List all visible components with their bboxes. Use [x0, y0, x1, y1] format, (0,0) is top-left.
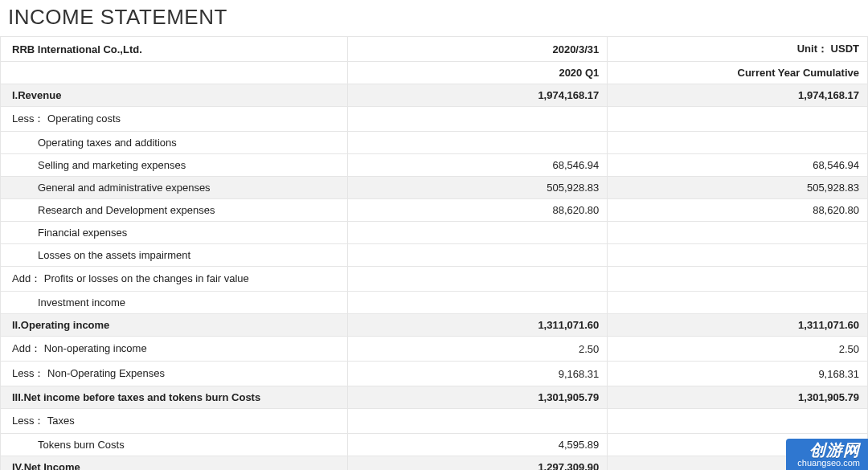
col-q1-header: 2020 Q1	[347, 62, 608, 84]
row-cum-value: 1,301,905.79	[608, 386, 868, 409]
watermark-url: chuangseo.com	[797, 459, 860, 468]
row-q1-value: 1,297,309.90	[347, 456, 608, 471]
row-cum-value: 68,546.94	[608, 154, 868, 177]
row-q1-value: 1,974,168.17	[347, 84, 608, 107]
row-label: I.Revenue	[1, 84, 348, 107]
table-row: General and administrative expenses505,9…	[1, 177, 868, 199]
table-row: IV.Net Income1,297,309.90	[1, 456, 868, 471]
row-cum-value: 2.50	[608, 337, 868, 362]
row-cum-value: 1,974,168.17	[608, 84, 868, 107]
period-end-cell: 2020/3/31	[347, 37, 608, 62]
income-statement-table: RRB International Co.,Ltd. 2020/3/31 Uni…	[0, 36, 868, 470]
row-q1-value	[347, 244, 608, 267]
row-q1-value	[347, 409, 608, 434]
row-cum-value	[608, 132, 868, 154]
row-label: Financial expenses	[1, 222, 348, 244]
row-q1-value: 68,546.94	[347, 154, 608, 177]
row-label: II.Operating income	[1, 314, 348, 337]
unit-cell: Unit： USDT	[608, 37, 868, 62]
table-row: Selling and marketing expenses68,546.946…	[1, 154, 868, 177]
row-q1-value: 1,311,071.60	[347, 314, 608, 337]
watermark-badge: 创游网 chuangseo.com	[786, 439, 868, 470]
row-q1-value: 1,301,905.79	[347, 386, 608, 409]
table-row: Less： Operating costs	[1, 107, 868, 132]
row-cum-value	[608, 292, 868, 314]
row-cum-value	[608, 107, 868, 132]
row-cum-value	[608, 409, 868, 434]
row-q1-value	[347, 222, 608, 244]
row-cum-value: 9,168.31	[608, 362, 868, 386]
table-row: Losses on the assets impairment	[1, 244, 868, 267]
table-row: Less： Taxes	[1, 409, 868, 434]
company-cell: RRB International Co.,Ltd.	[1, 37, 348, 62]
row-label: Tokens burn Costs	[1, 434, 348, 456]
row-q1-value	[347, 267, 608, 292]
row-cum-value: 1,311,071.60	[608, 314, 868, 337]
row-q1-value	[347, 292, 608, 314]
table-row: Add： Non-operating income2.502.50	[1, 337, 868, 362]
col-cum-header: Current Year Cumulative	[608, 62, 868, 84]
row-label: General and administrative expenses	[1, 177, 348, 199]
table-row: Financial expenses	[1, 222, 868, 244]
row-cum-value	[608, 222, 868, 244]
table-row: Operating taxes and additions	[1, 132, 868, 154]
table-row: III.Net income before taxes and tokens b…	[1, 386, 868, 409]
row-cum-value: 88,620.80	[608, 199, 868, 222]
row-cum-value: 505,928.83	[608, 177, 868, 199]
header-row-company: RRB International Co.,Ltd. 2020/3/31 Uni…	[1, 37, 868, 62]
row-label: Operating taxes and additions	[1, 132, 348, 154]
table-row: Investment income	[1, 292, 868, 314]
row-label: Less： Operating costs	[1, 107, 348, 132]
row-label: Selling and marketing expenses	[1, 154, 348, 177]
row-label: Add： Non-operating income	[1, 337, 348, 362]
row-cum-value	[608, 244, 868, 267]
row-label: Less： Non-Operating Expenses	[1, 362, 348, 386]
table-row: Add： Profits or losses on the changes in…	[1, 267, 868, 292]
row-q1-value: 9,168.31	[347, 362, 608, 386]
row-label: Investment income	[1, 292, 348, 314]
row-label: Losses on the assets impairment	[1, 244, 348, 267]
row-q1-value	[347, 132, 608, 154]
table-row: Tokens burn Costs4,595.89	[1, 434, 868, 456]
page-title: INCOME STATEMENT	[0, 0, 868, 36]
row-label: Less： Taxes	[1, 409, 348, 434]
table-row: II.Operating income1,311,071.601,311,071…	[1, 314, 868, 337]
row-q1-value: 2.50	[347, 337, 608, 362]
row-label: IV.Net Income	[1, 456, 348, 471]
header-row-columns: 2020 Q1 Current Year Cumulative	[1, 62, 868, 84]
row-q1-value: 505,928.83	[347, 177, 608, 199]
row-cum-value	[608, 267, 868, 292]
table-row: Less： Non-Operating Expenses9,168.319,16…	[1, 362, 868, 386]
row-q1-value: 88,620.80	[347, 199, 608, 222]
row-q1-value: 4,595.89	[347, 434, 608, 456]
row-label: III.Net income before taxes and tokens b…	[1, 386, 348, 409]
row-label: Research and Development expenses	[1, 199, 348, 222]
watermark-cn: 创游网	[797, 442, 860, 459]
row-q1-value	[347, 107, 608, 132]
table-row: Research and Development expenses88,620.…	[1, 199, 868, 222]
row-label: Add： Profits or losses on the changes in…	[1, 267, 348, 292]
blank-header-cell	[1, 62, 348, 84]
table-row: I.Revenue1,974,168.171,974,168.17	[1, 84, 868, 107]
